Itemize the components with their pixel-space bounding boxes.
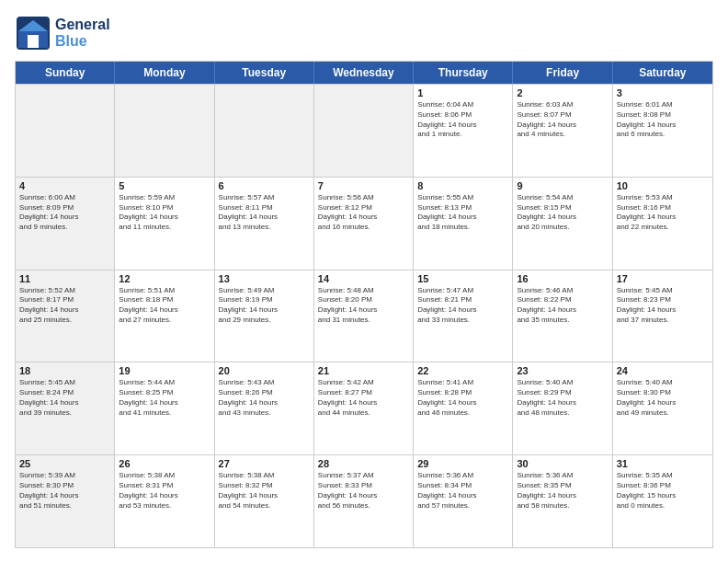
day-info: Sunrise: 5:56 AM Sunset: 8:12 PM Dayligh… [318,193,409,233]
day-number: 5 [119,180,210,191]
day-number: 17 [617,273,709,284]
day-number: 1 [417,87,508,98]
day-number: 2 [517,87,608,98]
day-info: Sunrise: 5:51 AM Sunset: 8:18 PM Dayligh… [119,286,210,326]
calendar-cell-30: 30Sunrise: 5:36 AM Sunset: 8:35 PM Dayli… [513,455,612,547]
calendar-cell-24: 24Sunrise: 5:40 AM Sunset: 8:30 PM Dayli… [613,362,712,454]
calendar-cell-10: 10Sunrise: 5:53 AM Sunset: 8:16 PM Dayli… [613,178,712,270]
calendar-cell-empty-3 [314,85,414,177]
day-info: Sunrise: 5:38 AM Sunset: 8:31 PM Dayligh… [119,471,210,511]
day-number: 20 [219,365,310,376]
day-info: Sunrise: 6:04 AM Sunset: 8:06 PM Dayligh… [417,100,508,140]
calendar-cell-7: 7Sunrise: 5:56 AM Sunset: 8:12 PM Daylig… [314,178,414,270]
calendar-cell-4: 4Sunrise: 6:00 AM Sunset: 8:09 PM Daylig… [16,178,115,270]
logo-text: General Blue [55,17,110,49]
day-number: 26 [119,458,210,469]
calendar-cell-5: 5Sunrise: 5:59 AM Sunset: 8:10 PM Daylig… [115,178,214,270]
day-info: Sunrise: 5:36 AM Sunset: 8:35 PM Dayligh… [517,471,608,511]
calendar-cell-29: 29Sunrise: 5:36 AM Sunset: 8:34 PM Dayli… [414,455,513,547]
calendar-cell-3: 3Sunrise: 6:01 AM Sunset: 8:08 PM Daylig… [613,85,712,177]
calendar-cell-31: 31Sunrise: 5:35 AM Sunset: 8:36 PM Dayli… [613,455,712,547]
day-info: Sunrise: 5:44 AM Sunset: 8:25 PM Dayligh… [119,378,210,418]
day-info: Sunrise: 5:59 AM Sunset: 8:10 PM Dayligh… [119,193,210,233]
day-number: 22 [417,365,508,376]
day-info: Sunrise: 5:49 AM Sunset: 8:19 PM Dayligh… [219,286,310,326]
day-of-week-wednesday: Wednesday [314,62,414,84]
day-info: Sunrise: 5:42 AM Sunset: 8:27 PM Dayligh… [318,378,409,418]
calendar-week-4: 18Sunrise: 5:45 AM Sunset: 8:24 PM Dayli… [16,362,712,454]
day-number: 23 [517,365,608,376]
calendar-cell-2: 2Sunrise: 6:03 AM Sunset: 8:07 PM Daylig… [513,85,612,177]
day-info: Sunrise: 5:47 AM Sunset: 8:21 PM Dayligh… [417,286,508,326]
day-number: 3 [617,87,709,98]
day-info: Sunrise: 5:57 AM Sunset: 8:11 PM Dayligh… [219,193,310,233]
day-info: Sunrise: 5:43 AM Sunset: 8:26 PM Dayligh… [219,378,310,418]
day-number: 29 [417,458,508,469]
day-info: Sunrise: 5:38 AM Sunset: 8:32 PM Dayligh… [219,471,310,511]
day-info: Sunrise: 5:37 AM Sunset: 8:33 PM Dayligh… [318,471,409,511]
header: General Blue [15,15,713,52]
calendar-cell-23: 23Sunrise: 5:40 AM Sunset: 8:29 PM Dayli… [513,362,612,454]
day-of-week-tuesday: Tuesday [215,62,314,84]
calendar-cell-11: 11Sunrise: 5:52 AM Sunset: 8:17 PM Dayli… [16,270,115,362]
day-number: 7 [318,180,409,191]
day-info: Sunrise: 6:00 AM Sunset: 8:09 PM Dayligh… [19,193,110,233]
day-info: Sunrise: 5:45 AM Sunset: 8:23 PM Dayligh… [617,286,709,326]
day-number: 14 [318,273,409,284]
calendar-week-1: 1Sunrise: 6:04 AM Sunset: 8:06 PM Daylig… [16,84,712,177]
calendar-cell-21: 21Sunrise: 5:42 AM Sunset: 8:27 PM Dayli… [314,362,414,454]
calendar-week-5: 25Sunrise: 5:39 AM Sunset: 8:30 PM Dayli… [16,454,712,547]
calendar: SundayMondayTuesdayWednesdayThursdayFrid… [15,61,713,548]
day-number: 12 [119,273,210,284]
day-number: 18 [19,365,110,376]
day-of-week-friday: Friday [513,62,612,84]
calendar-cell-empty-1 [115,85,214,177]
day-number: 9 [517,180,608,191]
calendar-cell-1: 1Sunrise: 6:04 AM Sunset: 8:06 PM Daylig… [414,85,513,177]
day-number: 24 [617,365,709,376]
day-of-week-sunday: Sunday [16,62,115,84]
calendar-week-3: 11Sunrise: 5:52 AM Sunset: 8:17 PM Dayli… [16,270,712,362]
logo-icon [15,15,51,52]
calendar-cell-26: 26Sunrise: 5:38 AM Sunset: 8:31 PM Dayli… [115,455,214,547]
calendar-cell-15: 15Sunrise: 5:47 AM Sunset: 8:21 PM Dayli… [414,270,513,362]
day-number: 16 [517,273,608,284]
calendar-cell-19: 19Sunrise: 5:44 AM Sunset: 8:25 PM Dayli… [115,362,214,454]
calendar-body: 1Sunrise: 6:04 AM Sunset: 8:06 PM Daylig… [16,84,712,547]
day-of-week-thursday: Thursday [414,62,513,84]
day-number: 11 [19,273,110,284]
day-number: 28 [318,458,409,469]
day-of-week-saturday: Saturday [613,62,712,84]
day-info: Sunrise: 6:03 AM Sunset: 8:07 PM Dayligh… [517,100,608,140]
day-number: 13 [219,273,310,284]
calendar-cell-28: 28Sunrise: 5:37 AM Sunset: 8:33 PM Dayli… [314,455,414,547]
day-number: 19 [119,365,210,376]
calendar-cell-14: 14Sunrise: 5:48 AM Sunset: 8:20 PM Dayli… [314,270,414,362]
day-info: Sunrise: 5:45 AM Sunset: 8:24 PM Dayligh… [19,378,110,418]
day-number: 8 [417,180,508,191]
day-number: 30 [517,458,608,469]
day-info: Sunrise: 5:54 AM Sunset: 8:15 PM Dayligh… [517,193,608,233]
day-number: 25 [19,458,110,469]
day-info: Sunrise: 6:01 AM Sunset: 8:08 PM Dayligh… [617,100,709,140]
calendar-cell-9: 9Sunrise: 5:54 AM Sunset: 8:15 PM Daylig… [513,178,612,270]
day-number: 15 [417,273,508,284]
calendar-week-2: 4Sunrise: 6:00 AM Sunset: 8:09 PM Daylig… [16,177,712,270]
calendar-cell-17: 17Sunrise: 5:45 AM Sunset: 8:23 PM Dayli… [613,270,712,362]
calendar-cell-empty-2 [215,85,314,177]
page: General Blue SundayMondayTuesdayWednesda… [0,0,728,563]
day-info: Sunrise: 5:36 AM Sunset: 8:34 PM Dayligh… [417,471,508,511]
day-info: Sunrise: 5:48 AM Sunset: 8:20 PM Dayligh… [318,286,409,326]
day-info: Sunrise: 5:53 AM Sunset: 8:16 PM Dayligh… [617,193,709,233]
calendar-cell-empty-0 [16,85,115,177]
calendar-cell-22: 22Sunrise: 5:41 AM Sunset: 8:28 PM Dayli… [414,362,513,454]
day-number: 27 [219,458,310,469]
calendar-cell-25: 25Sunrise: 5:39 AM Sunset: 8:30 PM Dayli… [16,455,115,547]
logo: General Blue [15,15,110,52]
day-of-week-monday: Monday [115,62,214,84]
day-number: 4 [19,180,110,191]
calendar-cell-6: 6Sunrise: 5:57 AM Sunset: 8:11 PM Daylig… [215,178,314,270]
calendar-cell-13: 13Sunrise: 5:49 AM Sunset: 8:19 PM Dayli… [215,270,314,362]
calendar-cell-27: 27Sunrise: 5:38 AM Sunset: 8:32 PM Dayli… [215,455,314,547]
day-number: 6 [219,180,310,191]
